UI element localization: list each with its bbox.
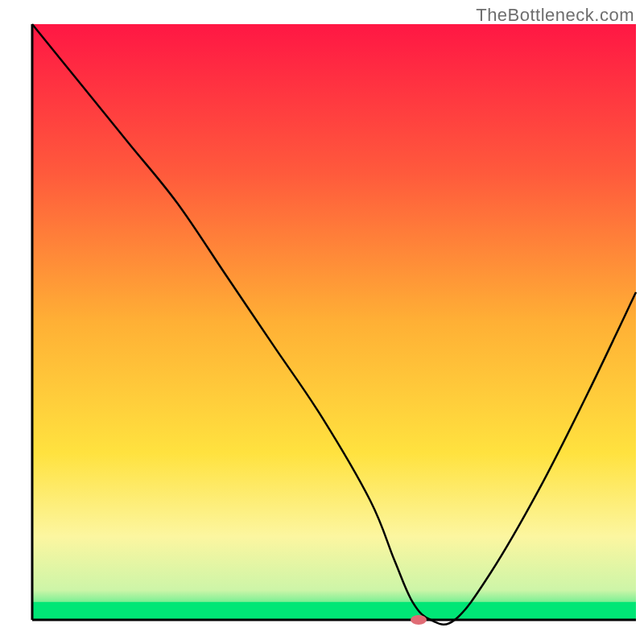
plot-green-band [32,602,636,620]
chart-canvas [0,0,644,644]
min-marker [411,615,427,625]
plot-background [32,24,636,620]
watermark-text: TheBottleneck.com [476,5,634,26]
bottleneck-chart: TheBottleneck.com [0,0,644,644]
